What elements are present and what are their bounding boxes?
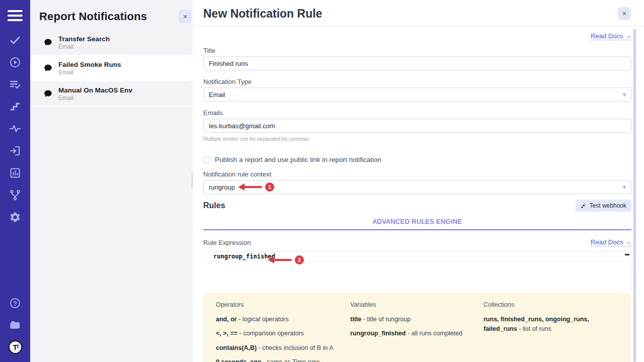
- emails-input[interactable]: [203, 119, 631, 133]
- rules-heading: Rules: [203, 201, 225, 210]
- notification-type-value: Email: [209, 91, 225, 99]
- help-item: contains(A,B) - checks inclusion of B in…: [216, 343, 350, 353]
- chevron-down-icon: [622, 186, 626, 189]
- main-close-button[interactable]: ×: [618, 7, 631, 20]
- play-circle-icon[interactable]: [9, 56, 21, 68]
- bar-chart-icon[interactable]: [9, 167, 21, 179]
- title-input[interactable]: [203, 56, 631, 70]
- annotation-badge-2: 2: [295, 255, 304, 264]
- tab-advanced-rules-engine[interactable]: ADVANCED RULES ENGINE: [373, 218, 462, 225]
- help-item: runs, finished_runs, ongoing_runs, faile…: [484, 315, 616, 334]
- emails-label: Emails: [203, 109, 631, 117]
- notification-title: Manual On MacOS Env: [58, 86, 132, 94]
- help-item: <, >, == - comparison operators: [216, 329, 350, 338]
- title-label: Title: [203, 47, 631, 54]
- steps-icon[interactable]: [9, 101, 21, 113]
- annotation-step-1: 1: [238, 183, 274, 192]
- read-docs-link[interactable]: Read Docs →: [591, 32, 631, 40]
- activity-icon[interactable]: [9, 123, 21, 135]
- chat-bubble-icon: [43, 38, 53, 47]
- logo-accent: [17, 344, 19, 348]
- svg-text:?: ?: [13, 300, 17, 307]
- panel-title: Report Notifications: [39, 10, 147, 23]
- variables-header: Variables: [350, 301, 484, 308]
- list-item-failed-smoke-runs[interactable]: Failed Smoke Runs Email: [30, 56, 193, 81]
- list-check-icon[interactable]: [9, 78, 21, 90]
- collections-header: Collections: [484, 301, 616, 308]
- help-item: rungroup_finished - all runs completed: [350, 329, 484, 338]
- app-root: ? T Report Notifications × Transfer Sear…: [0, 0, 644, 362]
- annotation-badge-1: 1: [265, 183, 274, 192]
- rule-expression-value: rungroup_finished: [213, 253, 275, 260]
- help-item: title - title of rungroup: [350, 315, 484, 324]
- publish-report-checkbox[interactable]: [203, 156, 210, 163]
- notification-type-label: Notification Type: [203, 78, 631, 85]
- publish-report-label: Publish a report and use public link in …: [215, 156, 381, 163]
- notification-title: Transfer Search: [58, 35, 110, 43]
- branch-icon[interactable]: [9, 189, 21, 201]
- notification-type-select[interactable]: Email: [203, 87, 631, 102]
- list-item-manual-on-macos-env[interactable]: Manual On MacOS Env Email: [30, 81, 193, 107]
- tab-active-underline: [203, 229, 631, 230]
- notification-type: Email: [58, 69, 121, 76]
- rule-context-select[interactable]: rungroup 1: [203, 180, 631, 194]
- operators-header: Operators: [216, 301, 350, 308]
- emails-helper-text: Multiple emails can be separated by comm…: [203, 136, 631, 142]
- test-webhook-button[interactable]: Test webhook: [576, 200, 631, 212]
- testquality-logo[interactable]: T: [9, 340, 22, 354]
- icon-sidebar: ? T: [0, 0, 30, 362]
- menu-icon[interactable]: [8, 10, 23, 21]
- sign-in-icon[interactable]: [9, 145, 21, 157]
- new-notification-rule-panel: New Notification Rule × Read Docs → Titl…: [193, 0, 644, 362]
- chat-bubble-icon: [43, 89, 53, 99]
- annotation-step-2: 2: [268, 255, 304, 264]
- page-title: New Notification Rule: [203, 7, 322, 21]
- help-item: and, or - logical operators: [216, 315, 350, 324]
- notification-list: Transfer Search Email Failed Smoke Runs …: [30, 30, 193, 107]
- main-scrollbar-thumb[interactable]: [633, 29, 636, 362]
- rule-context-value: rungroup: [209, 184, 235, 191]
- chevron-down-icon: [622, 94, 626, 97]
- editor-scrollbar-thumb[interactable]: [625, 254, 629, 255]
- notification-type: Email: [58, 43, 110, 50]
- notification-title: Failed Smoke Runs: [58, 61, 121, 68]
- header-divider: [193, 26, 644, 26]
- test-webhook-label: Test webhook: [590, 202, 626, 209]
- help-item: 0.seconds_ago - same as Time.now: [216, 357, 350, 362]
- notification-type: Email: [58, 95, 132, 102]
- rules-read-docs-link[interactable]: Read Docs →: [591, 238, 631, 246]
- panel-close-button[interactable]: ×: [179, 10, 192, 23]
- chat-bubble-icon: [43, 63, 53, 73]
- expression-help-box: Operators and, or - logical operators <,…: [203, 293, 631, 362]
- rule-expression-label: Rule Expression: [203, 239, 251, 246]
- help-icon[interactable]: ?: [9, 297, 21, 309]
- list-item-transfer-search[interactable]: Transfer Search Email: [30, 30, 193, 56]
- rule-context-label: Notification rule context: [203, 170, 631, 178]
- settings-gear-icon[interactable]: [9, 211, 21, 223]
- webhook-plug-icon: [581, 203, 587, 209]
- check-icon[interactable]: [9, 34, 21, 46]
- rule-expression-editor[interactable]: rungroup_finished 2: [203, 251, 631, 293]
- report-notifications-panel: Report Notifications × Transfer Search E…: [30, 0, 193, 362]
- projects-folder-icon[interactable]: [9, 319, 21, 331]
